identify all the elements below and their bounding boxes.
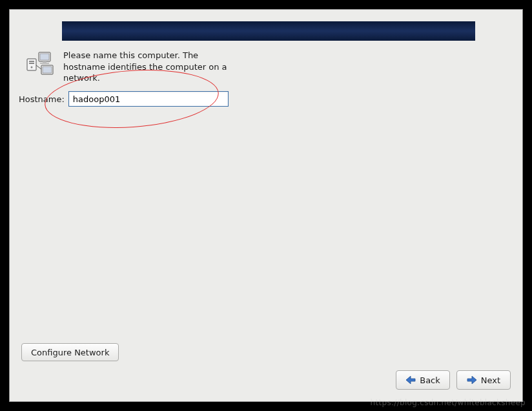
- hostname-label: Hostname:: [19, 94, 65, 104]
- arrow-left-icon: [405, 375, 416, 385]
- intro-text: Please name this computer. The hostname …: [63, 50, 231, 84]
- arrow-right-icon: [467, 375, 477, 385]
- svg-rect-2: [29, 63, 34, 64]
- configure-network-button[interactable]: Configure Network: [21, 343, 119, 361]
- svg-rect-7: [40, 63, 49, 64]
- svg-rect-9: [43, 67, 52, 73]
- hostname-row: Hostname:: [19, 91, 229, 107]
- back-button[interactable]: Back: [396, 370, 450, 390]
- svg-rect-1: [29, 61, 34, 62]
- svg-rect-6: [43, 61, 46, 63]
- next-button[interactable]: Next: [456, 370, 511, 390]
- next-button-label: Next: [481, 375, 500, 385]
- nav-button-row: Back Next: [396, 370, 511, 390]
- header-banner: [62, 21, 475, 41]
- back-button-label: Back: [420, 375, 440, 385]
- svg-rect-5: [40, 54, 49, 60]
- intro-section: Please name this computer. The hostname …: [26, 50, 231, 84]
- installer-window: Please name this computer. The hostname …: [9, 9, 523, 402]
- svg-line-10: [36, 65, 41, 69]
- computer-network-icon: [26, 50, 54, 76]
- svg-rect-0: [27, 59, 36, 70]
- hostname-input[interactable]: [68, 91, 229, 107]
- svg-point-3: [31, 67, 33, 68]
